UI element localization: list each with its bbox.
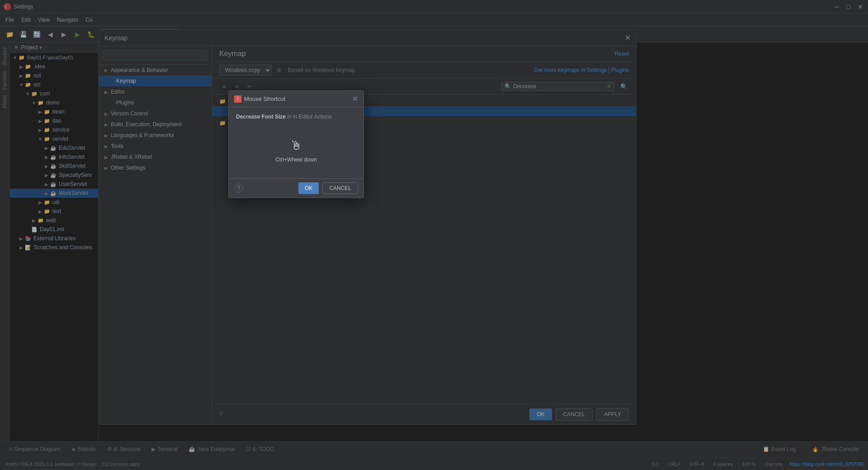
modal-app-icon: I [234, 95, 241, 103]
modal-footer: ? OK CANCEL [229, 178, 363, 198]
modal-backdrop: I Mouse Shortcut ✕ Decrease Font Size in… [0, 0, 868, 470]
modal-btn-group: OK CANCEL [298, 182, 358, 194]
modal-ok-btn[interactable]: OK [298, 182, 319, 194]
modal-subtitle: Decrease Font Size in in Editor Actions [236, 114, 356, 120]
modal-context: in [287, 114, 293, 120]
shortcut-label: Ctrl+Wheel down [275, 157, 317, 163]
modal-context-name: in Editor Actions [293, 114, 332, 120]
mouse-icon-display: 🖱 [290, 138, 302, 153]
modal-title-left: I Mouse Shortcut [234, 95, 285, 103]
modal-title-text: Mouse Shortcut [244, 95, 285, 102]
modal-shortcut-area: 🖱 Ctrl+Wheel down [236, 129, 356, 172]
modal-body: Decrease Font Size in in Editor Actions … [229, 107, 363, 178]
modal-action-name: Decrease Font Size [236, 114, 286, 120]
modal-cancel-btn[interactable]: CANCEL [322, 182, 358, 194]
mouse-shortcut-dialog: I Mouse Shortcut ✕ Decrease Font Size in… [228, 90, 364, 198]
modal-title-bar: I Mouse Shortcut ✕ [229, 91, 363, 107]
modal-help-btn[interactable]: ? [234, 184, 243, 193]
modal-close-btn[interactable]: ✕ [352, 95, 358, 103]
